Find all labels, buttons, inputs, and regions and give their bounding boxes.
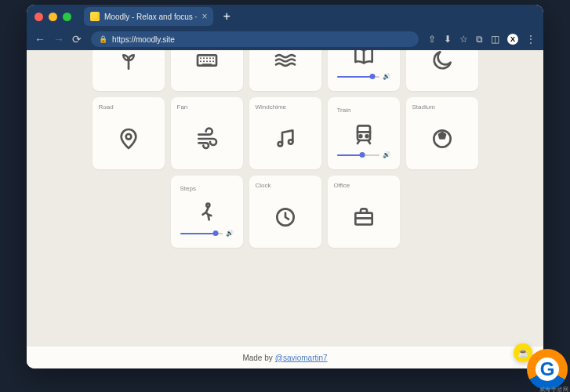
walking-icon: [180, 195, 234, 230]
svg-point-5: [359, 135, 361, 137]
soccer-icon: [412, 114, 472, 163]
sound-card-keyboard[interactable]: Keyboard: [171, 50, 243, 91]
tab-title: Moodly - Relax and focus ·: [104, 13, 197, 21]
menu-icon[interactable]: ⋮: [526, 34, 536, 45]
sidebar-icon[interactable]: ◫: [491, 34, 499, 45]
footer: Made by @saviomartin7: [27, 347, 543, 368]
card-label: Office: [334, 182, 394, 189]
coffee-icon: ☕: [517, 347, 529, 358]
sound-card-office[interactable]: Office: [328, 176, 400, 248]
wind-icon: [177, 114, 237, 163]
card-label: Train: [337, 107, 390, 114]
sound-card-train[interactable]: Train 🔊: [328, 97, 400, 169]
svg-point-6: [365, 135, 368, 137]
volume-slider[interactable]: [180, 233, 223, 234]
svg-point-2: [278, 142, 281, 146]
footer-author-link[interactable]: @saviomartin7: [275, 354, 328, 362]
sound-card-night[interactable]: Night: [406, 50, 478, 91]
clock-icon: [256, 192, 315, 241]
card-label: Clock: [256, 182, 315, 189]
sound-card-road[interactable]: Road: [93, 97, 165, 169]
download-icon[interactable]: ⬇: [444, 34, 452, 45]
share-icon[interactable]: ⇧: [428, 34, 436, 45]
card-label: Windchime: [256, 103, 315, 111]
buy-coffee-button[interactable]: ☕: [514, 343, 532, 362]
page-content: 🔊 Farm Keyboard Ocean: [27, 50, 543, 368]
sound-card-farm[interactable]: Farm: [93, 50, 165, 91]
back-button[interactable]: ←: [34, 33, 45, 45]
sound-card-library[interactable]: Library 🔊: [328, 50, 400, 91]
sound-card-fan[interactable]: Fan: [171, 97, 243, 169]
volume-icon: 🔊: [383, 151, 390, 158]
bookmark-icon[interactable]: ☆: [459, 34, 468, 45]
keyboard-icon: [177, 50, 237, 85]
moon-icon: [412, 50, 472, 85]
tab-close-button[interactable]: ×: [201, 11, 207, 22]
new-tab-button[interactable]: +: [223, 9, 230, 24]
browser-tab[interactable]: 🌙 Moodly - Relax and focus · ×: [84, 7, 213, 26]
svg-point-1: [125, 134, 131, 140]
sprout-icon: [99, 50, 158, 85]
svg-point-8: [206, 204, 209, 207]
address-bar-row: ← → ⟳ 🔒 https://moodly.site ⇧ ⬇ ☆ ⧉ ◫ X …: [27, 28, 543, 50]
volume-icon: 🔊: [226, 230, 234, 237]
scroll-area[interactable]: 🔊 Farm Keyboard Ocean: [27, 50, 543, 368]
volume-slider[interactable]: [337, 154, 379, 156]
book-icon: [337, 50, 390, 73]
forward-button[interactable]: →: [53, 33, 64, 45]
footer-made: Made by: [242, 354, 272, 362]
close-window-button[interactable]: [34, 13, 43, 21]
volume-icon: 🔊: [383, 73, 390, 80]
lock-icon: 🔒: [99, 35, 107, 43]
sound-card-windchime[interactable]: Windchime: [249, 97, 321, 169]
map-pin-icon: [99, 114, 158, 163]
svg-point-3: [289, 140, 292, 143]
maximize-window-button[interactable]: [63, 13, 71, 21]
url-text: https://moodly.site: [112, 35, 175, 44]
music-icon: [256, 114, 315, 163]
sound-card-ocean[interactable]: Ocean: [249, 50, 321, 91]
watermark-text: 威海手游网: [539, 386, 569, 392]
card-label: Stadium: [412, 103, 472, 111]
briefcase-icon: [334, 192, 394, 241]
reload-button[interactable]: ⟳: [72, 33, 82, 45]
address-bar[interactable]: 🔒 https://moodly.site: [91, 31, 419, 47]
card-label: Road: [99, 103, 158, 111]
sound-card-clock[interactable]: Clock: [249, 176, 321, 248]
card-label: Steps: [180, 185, 234, 192]
volume-slider[interactable]: [337, 76, 379, 78]
sound-card-steps[interactable]: Steps 🔊: [171, 176, 243, 248]
reader-icon[interactable]: ⧉: [476, 34, 483, 45]
minimize-window-button[interactable]: [49, 13, 57, 21]
train-icon: [337, 117, 390, 151]
card-label: Fan: [177, 103, 237, 111]
traffic-lights: [34, 13, 71, 21]
titlebar: 🌙 Moodly - Relax and focus · × +: [27, 5, 543, 28]
extension-x-icon[interactable]: X: [507, 34, 518, 45]
tab-favicon: 🌙: [90, 12, 100, 21]
sound-card-stadium[interactable]: Stadium: [406, 97, 478, 169]
waves-icon: [256, 50, 315, 85]
